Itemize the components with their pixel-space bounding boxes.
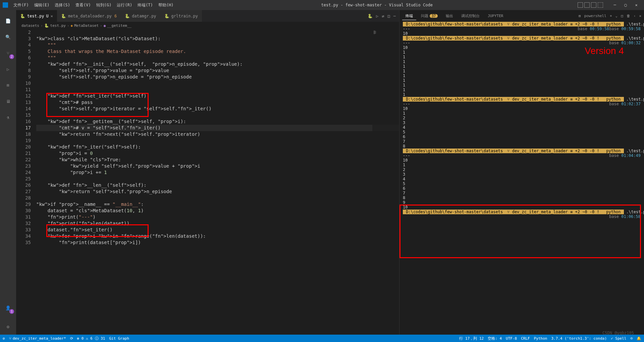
- panel-tab-jupyter[interactable]: JUPYTER: [484, 12, 506, 19]
- sb-branch[interactable]: ⑂ dev_zc_iter_meta_loader*: [9, 336, 66, 341]
- sb-spaces[interactable]: 空格: 4: [488, 336, 502, 341]
- statusbar: ⊘ ⑂ dev_zc_iter_meta_loader* ⟳ ⊗ 0 ⚠ 6 ⓘ…: [0, 335, 644, 342]
- python-env-icon[interactable]: 🐍: [368, 14, 373, 18]
- terminal-shell-icon: ⊞: [579, 14, 581, 18]
- test-icon[interactable]: ⚗: [0, 109, 16, 125]
- run-icon[interactable]: ▷: [376, 14, 378, 18]
- explorer-icon[interactable]: 📄: [0, 13, 16, 29]
- minimap[interactable]: ████████████████████████: [372, 29, 399, 335]
- layout-controls[interactable]: [578, 2, 603, 8]
- accounts-icon[interactable]: 👤1: [0, 300, 16, 316]
- panel-tab-debug[interactable]: 调试控制台: [458, 12, 483, 20]
- extensions-icon[interactable]: ⊞: [0, 77, 16, 93]
- tab-meta-dataloader[interactable]: 🐍 meta_dataloader.py 6: [57, 10, 121, 22]
- close-panel-icon[interactable]: ✕: [639, 14, 641, 18]
- vscode-logo-icon: [3, 2, 8, 8]
- python-icon: 🐍: [20, 14, 25, 18]
- maximize-icon[interactable]: ▢: [621, 2, 631, 8]
- python-icon: 🐍: [125, 14, 130, 18]
- menu-selection[interactable]: 选择(S): [52, 2, 73, 8]
- sb-gitgraph[interactable]: Git Graph: [109, 336, 129, 341]
- terminal-output[interactable]: Version 4 D:\codes\github\few-shot-maste…: [399, 22, 644, 335]
- sb-notifications[interactable]: 🔔: [637, 336, 641, 341]
- terminal-dropdown-icon[interactable]: ⌄: [615, 14, 618, 18]
- sb-feedback[interactable]: ☺: [630, 336, 633, 341]
- sb-language[interactable]: Python: [534, 336, 547, 341]
- terminal-shell-label[interactable]: powershell: [584, 14, 606, 18]
- menu-view[interactable]: 查看(V): [73, 2, 94, 8]
- chevron-left-icon[interactable]: ‹: [634, 14, 636, 18]
- activity-bar: 📄 🔍 ⑂2 ▷ ⊞ 🖥 ⚗ 👤1 ⚙: [0, 10, 16, 335]
- sb-sync[interactable]: ⟳: [70, 336, 73, 341]
- python-icon: 🐍: [164, 14, 169, 18]
- search-icon[interactable]: 🔍: [0, 29, 16, 45]
- sb-eol[interactable]: CRLF: [521, 336, 530, 341]
- tab-test-py[interactable]: 🐍 test.py U ✕: [16, 10, 57, 22]
- editor-tabs: 🐍 test.py U ✕ 🐍 meta_dataloader.py 6 🐍 d…: [16, 10, 399, 22]
- menu-file[interactable]: 文件(F): [11, 2, 32, 8]
- close-icon[interactable]: ✕: [631, 2, 641, 8]
- debug-icon[interactable]: ▷: [0, 61, 16, 77]
- terminal-panel: 终端 问题37 输出 调试控制台 JUPYTER ⊞ powershell + …: [399, 10, 644, 335]
- split-icon[interactable]: ◫: [388, 14, 390, 18]
- panel-tab-output[interactable]: 输出: [442, 12, 457, 20]
- remote-indicator[interactable]: ⊘: [3, 336, 5, 341]
- method-icon: ◉: [104, 23, 106, 28]
- menu-run[interactable]: 运行(R): [114, 2, 135, 8]
- watermark: CSDN @yqbz105: [602, 331, 634, 335]
- tab-grltrain[interactable]: 🐍 grltrain.py: [160, 10, 202, 22]
- python-icon: 🐍: [61, 14, 66, 18]
- window-title: test.py - few-shot-master - Visual Studi…: [176, 3, 578, 7]
- sb-interpreter[interactable]: 3.7.4 ('torch1.3': conda): [551, 336, 607, 341]
- panel-tab-problems[interactable]: 问题37: [418, 12, 441, 20]
- split-terminal-icon[interactable]: ◫: [621, 14, 623, 18]
- menu-terminal[interactable]: 终端(T): [135, 2, 156, 8]
- kill-terminal-icon[interactable]: 🗑: [627, 14, 630, 18]
- sb-spell[interactable]: ✓ Spell: [611, 336, 626, 341]
- remote-icon[interactable]: 🖥: [0, 93, 16, 109]
- titlebar: 文件(F) 编辑(E) 选择(S) 查看(V) 转到(G) 运行(R) 终端(T…: [0, 0, 644, 10]
- menu-edit[interactable]: 编辑(E): [32, 2, 52, 8]
- new-terminal-icon[interactable]: +: [610, 14, 612, 18]
- code-editor[interactable]: 2345678910111213141516171819202122232425…: [16, 29, 399, 335]
- minimize-icon[interactable]: ─: [610, 2, 620, 8]
- tab-close-icon[interactable]: ✕: [51, 14, 53, 18]
- tab-datamgr[interactable]: 🐍 datamgr.py: [121, 10, 160, 22]
- more-icon[interactable]: ⋯: [393, 14, 396, 18]
- settings-icon[interactable]: ⚙: [0, 319, 16, 335]
- menu-go[interactable]: 转到(G): [94, 2, 114, 8]
- code-content[interactable]: "kw">class "cls">MetaDataset("cls">Datas…: [36, 29, 399, 335]
- breadcrumb[interactable]: datasets› 🐍test.py› ◈MetaDataset› ◉__get…: [16, 22, 399, 29]
- panel-tab-terminal[interactable]: 终端: [402, 12, 416, 20]
- line-gutter: 2345678910111213141516171819202122232425…: [16, 29, 36, 335]
- sb-problems[interactable]: ⊗ 0 ⚠ 6 ⓘ 31: [77, 336, 105, 341]
- compare-icon[interactable]: ⇄: [382, 14, 384, 18]
- menu-help[interactable]: 帮助(H): [156, 2, 176, 8]
- scm-icon[interactable]: ⑂2: [0, 45, 16, 61]
- sb-encoding[interactable]: UTF-8: [506, 336, 517, 341]
- python-icon: 🐍: [44, 23, 49, 28]
- version-annotation: Version 4: [585, 49, 624, 53]
- class-icon: ◈: [71, 23, 73, 28]
- sb-position[interactable]: 行 17，列 12: [459, 336, 484, 341]
